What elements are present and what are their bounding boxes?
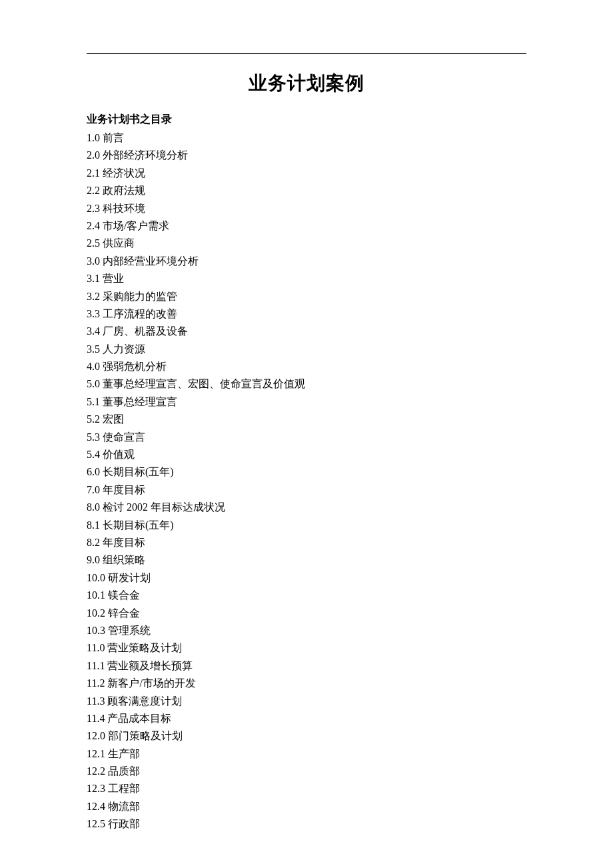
toc-item: 9.0 组织策略 xyxy=(87,551,526,569)
toc-item: 2.0 外部经济环境分析 xyxy=(87,147,526,164)
toc-item: 5.3 使命宣言 xyxy=(87,429,526,446)
toc-item: 3.3 工序流程的改善 xyxy=(87,305,526,323)
toc-item: 3.4 厂房、机器及设备 xyxy=(87,323,526,340)
toc-list: 1.0 前言 2.0 外部经济环境分析 2.1 经济状况 2.2 政府法规 2.… xyxy=(87,129,526,833)
header-divider xyxy=(87,53,526,54)
toc-item: 5.0 董事总经理宣言、宏图、使命宣言及价值观 xyxy=(87,375,526,393)
toc-item: 10.0 研发计划 xyxy=(87,569,526,587)
toc-item: 3.2 采购能力的监管 xyxy=(87,288,526,305)
toc-item: 11.1 营业额及增长预算 xyxy=(87,657,526,675)
toc-item: 8.0 检讨 2002 年目标达成状况 xyxy=(87,499,526,516)
toc-item: 2.4 市场/客户需求 xyxy=(87,217,526,235)
toc-item: 2.3 科技环境 xyxy=(87,200,526,217)
toc-item: 8.2 年度目标 xyxy=(87,534,526,551)
toc-item: 12.3 工程部 xyxy=(87,780,526,797)
toc-item: 12.0 部门策略及计划 xyxy=(87,727,526,745)
toc-item: 12.5 行政部 xyxy=(87,815,526,833)
toc-item: 2.5 供应商 xyxy=(87,235,526,252)
toc-item: 10.3 管理系统 xyxy=(87,622,526,639)
toc-item: 3.5 人力资源 xyxy=(87,341,526,358)
toc-item: 3.0 内部经营业环境分析 xyxy=(87,253,526,270)
toc-item: 4.0 强弱危机分析 xyxy=(87,358,526,375)
toc-item: 6.0 长期目标(五年) xyxy=(87,463,526,481)
toc-item: 5.4 价值观 xyxy=(87,446,526,463)
toc-item: 2.1 经济状况 xyxy=(87,165,526,182)
toc-item: 12.2 品质部 xyxy=(87,763,526,780)
toc-item: 3.1 营业 xyxy=(87,270,526,287)
toc-item: 11.4 产品成本目标 xyxy=(87,710,526,727)
toc-item: 11.2 新客户/市场的开发 xyxy=(87,675,526,692)
toc-item: 2.2 政府法规 xyxy=(87,182,526,199)
toc-item: 8.1 长期目标(五年) xyxy=(87,517,526,534)
toc-item: 7.0 年度目标 xyxy=(87,481,526,499)
toc-item: 11.3 顾客满意度计划 xyxy=(87,693,526,710)
toc-item: 12.1 生产部 xyxy=(87,745,526,763)
toc-item: 10.1 镁合金 xyxy=(87,587,526,604)
document-title: 业务计划案例 xyxy=(87,71,526,96)
toc-item: 11.0 营业策略及计划 xyxy=(87,639,526,657)
toc-item: 5.1 董事总经理宣言 xyxy=(87,393,526,411)
toc-heading: 业务计划书之目录 xyxy=(87,113,526,127)
toc-item: 12.4 物流部 xyxy=(87,798,526,815)
toc-item: 10.2 锌合金 xyxy=(87,605,526,622)
toc-item: 5.2 宏图 xyxy=(87,411,526,428)
toc-item: 1.0 前言 xyxy=(87,129,526,147)
